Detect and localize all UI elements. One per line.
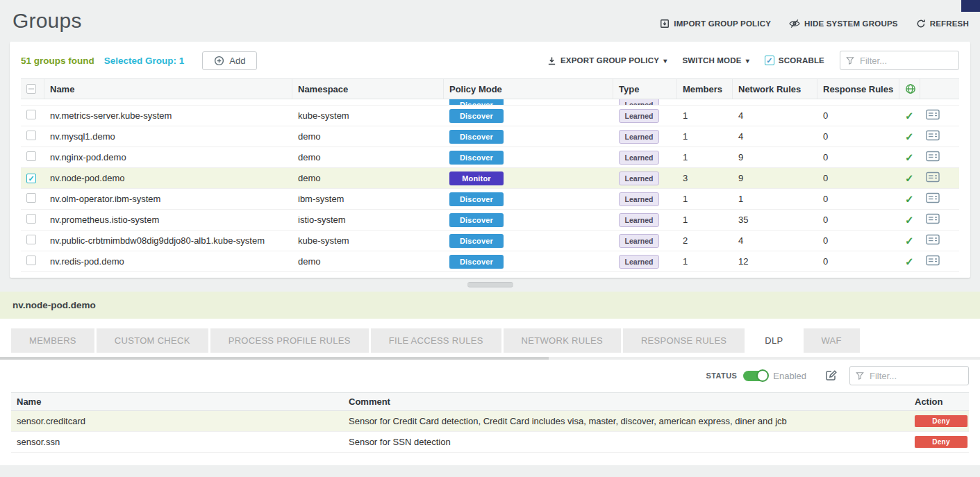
type-badge: Learned bbox=[619, 255, 659, 269]
response-rules-cell: 0 bbox=[817, 173, 899, 183]
refresh-button[interactable]: REFRESH bbox=[916, 19, 969, 28]
group-name-cell: nv.public-crbtmimbdw08dig9ddjo80-alb1.ku… bbox=[44, 235, 292, 246]
row-checkbox[interactable] bbox=[26, 131, 36, 140]
status-value: Enabled bbox=[773, 371, 806, 381]
tab-waf[interactable]: WAF bbox=[804, 328, 860, 353]
column-header-namespace[interactable]: Namespace bbox=[292, 79, 444, 99]
group-detail-icon[interactable] bbox=[926, 171, 940, 183]
group-detail-icon[interactable] bbox=[926, 130, 940, 141]
row-checkbox[interactable] bbox=[26, 174, 36, 183]
group-detail-panel: nv.node-pod.demo MEMBERS CUSTOM CHECK PR… bbox=[0, 292, 980, 465]
tab-custom-check[interactable]: CUSTOM CHECK bbox=[97, 328, 208, 353]
policy-mode-button[interactable]: Discover bbox=[449, 109, 504, 123]
hide-system-groups-button[interactable]: HIDE SYSTEM GROUPS bbox=[789, 19, 898, 28]
panel-resizer[interactable] bbox=[0, 278, 980, 292]
type-badge: Learned bbox=[619, 213, 659, 227]
group-namespace-cell: kube-system bbox=[292, 110, 444, 121]
group-row[interactable]: nv.olm-operator.ibm-systemibm-systemDisc… bbox=[21, 189, 959, 210]
policy-mode-button[interactable]: Monitor bbox=[449, 171, 504, 185]
group-detail-icon[interactable] bbox=[926, 234, 940, 245]
export-group-policy-button[interactable]: EXPORT GROUP POLICY bbox=[547, 56, 667, 65]
dlp-filter-input[interactable] bbox=[868, 370, 963, 382]
group-detail-icon[interactable] bbox=[926, 151, 940, 162]
groups-filter-input[interactable] bbox=[858, 55, 953, 67]
tab-members[interactable]: MEMBERS bbox=[11, 328, 94, 353]
policy-mode-button[interactable]: Discover bbox=[449, 192, 504, 206]
group-row[interactable]: nv.mysql1.demodemoDiscoverLearned140 bbox=[21, 126, 959, 147]
group-namespace-cell: ibm-system bbox=[292, 194, 444, 204]
group-detail-icon[interactable] bbox=[926, 255, 940, 266]
group-name-cell: nv.nginx-pod.demo bbox=[44, 152, 292, 162]
members-cell: 1 bbox=[677, 215, 733, 225]
column-header-policy-mode[interactable]: Policy Mode bbox=[444, 79, 613, 99]
row-checkbox[interactable] bbox=[26, 193, 36, 203]
tab-dlp[interactable]: DLP bbox=[747, 328, 801, 353]
network-rules-cell: 4 bbox=[733, 131, 817, 142]
policy-mode-button[interactable]: Discover bbox=[449, 213, 504, 227]
row-checkbox[interactable] bbox=[26, 110, 36, 119]
scorable-control[interactable]: SCORABLE bbox=[765, 56, 824, 65]
type-badge: Learned bbox=[619, 99, 659, 106]
network-rules-cell: 35 bbox=[733, 215, 817, 225]
network-rules-cell: 9 bbox=[733, 152, 817, 162]
tab-network-rules[interactable]: NETWORK RULES bbox=[504, 328, 621, 353]
scorable-checkbox[interactable] bbox=[765, 56, 774, 65]
column-header-members[interactable]: Members bbox=[677, 79, 733, 99]
group-row[interactable]: nv.redis-pod.demodemoDiscoverLearned1120 bbox=[21, 251, 959, 272]
tab-response-rules[interactable]: RESPONSE RULES bbox=[623, 328, 745, 353]
deny-button[interactable]: Deny bbox=[915, 415, 967, 427]
group-detail-icon[interactable] bbox=[926, 192, 940, 203]
edit-sensors-button[interactable] bbox=[825, 369, 838, 382]
refresh-icon bbox=[916, 19, 926, 28]
response-rules-cell: 0 bbox=[817, 215, 899, 225]
group-row[interactable]: nv.node-pod.demodemoMonitorLearned390 bbox=[21, 168, 959, 189]
add-button[interactable]: Add bbox=[202, 51, 257, 70]
deny-button[interactable]: Deny bbox=[915, 436, 967, 448]
row-checkbox[interactable] bbox=[26, 214, 36, 224]
refresh-label: REFRESH bbox=[930, 19, 969, 28]
row-checkbox[interactable] bbox=[26, 151, 36, 161]
scorable-check-icon bbox=[905, 256, 914, 268]
filter-funnel-icon bbox=[856, 371, 864, 380]
policy-mode-button[interactable]: Discover bbox=[449, 99, 504, 106]
scorable-check-icon bbox=[905, 151, 914, 164]
group-row[interactable]: nv.nginx-pod.demodemoDiscoverLearned190 bbox=[21, 147, 959, 168]
column-header-network-rules[interactable]: Network Rules bbox=[733, 79, 817, 99]
import-group-policy-button[interactable]: IMPORT GROUP POLICY bbox=[660, 19, 771, 28]
switch-mode-button[interactable]: SWITCH MODE bbox=[682, 56, 749, 65]
row-checkbox[interactable] bbox=[26, 235, 36, 244]
row-checkbox[interactable] bbox=[26, 256, 36, 265]
edit-pencil-icon bbox=[825, 369, 838, 382]
sensor-row[interactable]: sensor.ssnSensor for SSN detectionDeny bbox=[11, 432, 969, 453]
response-rules-cell: 0 bbox=[817, 235, 899, 246]
corner-panel-tab[interactable] bbox=[961, 0, 980, 12]
group-detail-icon[interactable] bbox=[926, 213, 940, 224]
status-toggle[interactable] bbox=[743, 371, 767, 381]
group-row-partial[interactable]: Discover Learned bbox=[21, 99, 959, 106]
group-row[interactable]: nv.metrics-server.kube-systemkube-system… bbox=[21, 106, 959, 126]
group-namespace-cell: istio-system bbox=[292, 215, 444, 225]
policy-mode-button[interactable]: Discover bbox=[449, 151, 504, 165]
policy-mode-button[interactable]: Discover bbox=[449, 234, 504, 248]
column-header-type[interactable]: Type bbox=[613, 79, 677, 99]
column-header-name[interactable]: Name bbox=[44, 79, 292, 99]
policy-mode-button[interactable]: Discover bbox=[449, 255, 504, 269]
group-namespace-cell: demo bbox=[292, 131, 444, 142]
type-badge: Learned bbox=[619, 171, 659, 185]
tab-file-access-rules[interactable]: FILE ACCESS RULES bbox=[371, 328, 501, 353]
page-title: Groups bbox=[13, 9, 82, 33]
group-detail-icon[interactable] bbox=[926, 109, 940, 120]
tab-process-profile-rules[interactable]: PROCESS PROFILE RULES bbox=[210, 328, 369, 353]
members-cell: 3 bbox=[677, 173, 733, 183]
sensor-comment-cell: Sensor for SSN detection bbox=[343, 437, 909, 447]
policy-mode-button[interactable]: Discover bbox=[449, 130, 504, 144]
sensor-comment-cell: Sensor for Credit Card detection, Credit… bbox=[343, 416, 909, 426]
sensor-row[interactable]: sensor.creditcardSensor for Credit Card … bbox=[11, 411, 969, 432]
group-row[interactable]: nv.public-crbtmimbdw08dig9ddjo80-alb1.ku… bbox=[21, 231, 959, 251]
resizer-grip-icon bbox=[467, 282, 513, 287]
group-row[interactable]: nv.prometheus.istio-systemistio-systemDi… bbox=[21, 210, 959, 231]
dlp-table-header: Name Comment Action bbox=[11, 392, 969, 411]
column-header-response-rules[interactable]: Response Rules bbox=[817, 79, 899, 99]
members-cell: 1 bbox=[677, 194, 733, 204]
select-all-checkbox[interactable] bbox=[26, 84, 36, 94]
